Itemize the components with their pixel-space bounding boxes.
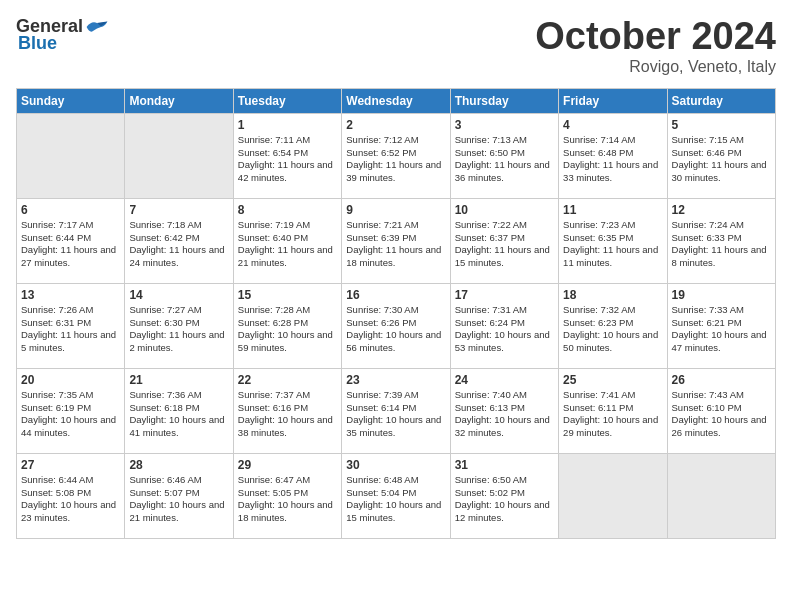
day-number: 16 bbox=[346, 288, 445, 302]
calendar-cell: 18 Sunrise: 7:32 AMSunset: 6:23 PMDaylig… bbox=[559, 283, 667, 368]
day-number: 26 bbox=[672, 373, 771, 387]
col-saturday: Saturday bbox=[667, 88, 775, 113]
day-number: 20 bbox=[21, 373, 120, 387]
day-info: Sunrise: 6:50 AMSunset: 5:02 PMDaylight:… bbox=[455, 474, 554, 525]
calendar-cell: 16 Sunrise: 7:30 AMSunset: 6:26 PMDaylig… bbox=[342, 283, 450, 368]
calendar-week-5: 27 Sunrise: 6:44 AMSunset: 5:08 PMDaylig… bbox=[17, 453, 776, 538]
day-number: 8 bbox=[238, 203, 337, 217]
calendar-table: Sunday Monday Tuesday Wednesday Thursday… bbox=[16, 88, 776, 539]
day-info: Sunrise: 7:15 AMSunset: 6:46 PMDaylight:… bbox=[672, 134, 771, 185]
day-info: Sunrise: 7:13 AMSunset: 6:50 PMDaylight:… bbox=[455, 134, 554, 185]
day-info: Sunrise: 7:22 AMSunset: 6:37 PMDaylight:… bbox=[455, 219, 554, 270]
calendar-cell: 13 Sunrise: 7:26 AMSunset: 6:31 PMDaylig… bbox=[17, 283, 125, 368]
day-number: 5 bbox=[672, 118, 771, 132]
day-number: 2 bbox=[346, 118, 445, 132]
day-number: 12 bbox=[672, 203, 771, 217]
calendar-cell: 20 Sunrise: 7:35 AMSunset: 6:19 PMDaylig… bbox=[17, 368, 125, 453]
calendar-cell: 23 Sunrise: 7:39 AMSunset: 6:14 PMDaylig… bbox=[342, 368, 450, 453]
calendar-cell: 3 Sunrise: 7:13 AMSunset: 6:50 PMDayligh… bbox=[450, 113, 558, 198]
day-info: Sunrise: 7:36 AMSunset: 6:18 PMDaylight:… bbox=[129, 389, 228, 440]
day-info: Sunrise: 7:43 AMSunset: 6:10 PMDaylight:… bbox=[672, 389, 771, 440]
day-number: 25 bbox=[563, 373, 662, 387]
col-tuesday: Tuesday bbox=[233, 88, 341, 113]
day-info: Sunrise: 6:47 AMSunset: 5:05 PMDaylight:… bbox=[238, 474, 337, 525]
day-info: Sunrise: 7:17 AMSunset: 6:44 PMDaylight:… bbox=[21, 219, 120, 270]
day-info: Sunrise: 7:11 AMSunset: 6:54 PMDaylight:… bbox=[238, 134, 337, 185]
day-info: Sunrise: 7:24 AMSunset: 6:33 PMDaylight:… bbox=[672, 219, 771, 270]
day-number: 14 bbox=[129, 288, 228, 302]
calendar-week-1: 1 Sunrise: 7:11 AMSunset: 6:54 PMDayligh… bbox=[17, 113, 776, 198]
calendar-cell: 24 Sunrise: 7:40 AMSunset: 6:13 PMDaylig… bbox=[450, 368, 558, 453]
day-number: 3 bbox=[455, 118, 554, 132]
day-info: Sunrise: 7:23 AMSunset: 6:35 PMDaylight:… bbox=[563, 219, 662, 270]
page-header: General Blue October 2024 Rovigo, Veneto… bbox=[16, 16, 776, 76]
calendar-week-2: 6 Sunrise: 7:17 AMSunset: 6:44 PMDayligh… bbox=[17, 198, 776, 283]
calendar-cell: 21 Sunrise: 7:36 AMSunset: 6:18 PMDaylig… bbox=[125, 368, 233, 453]
day-info: Sunrise: 7:18 AMSunset: 6:42 PMDaylight:… bbox=[129, 219, 228, 270]
calendar-cell: 31 Sunrise: 6:50 AMSunset: 5:02 PMDaylig… bbox=[450, 453, 558, 538]
day-number: 7 bbox=[129, 203, 228, 217]
col-monday: Monday bbox=[125, 88, 233, 113]
day-number: 11 bbox=[563, 203, 662, 217]
day-number: 23 bbox=[346, 373, 445, 387]
day-info: Sunrise: 7:19 AMSunset: 6:40 PMDaylight:… bbox=[238, 219, 337, 270]
day-number: 31 bbox=[455, 458, 554, 472]
day-info: Sunrise: 7:26 AMSunset: 6:31 PMDaylight:… bbox=[21, 304, 120, 355]
day-info: Sunrise: 7:37 AMSunset: 6:16 PMDaylight:… bbox=[238, 389, 337, 440]
day-info: Sunrise: 7:31 AMSunset: 6:24 PMDaylight:… bbox=[455, 304, 554, 355]
col-wednesday: Wednesday bbox=[342, 88, 450, 113]
calendar-cell: 14 Sunrise: 7:27 AMSunset: 6:30 PMDaylig… bbox=[125, 283, 233, 368]
calendar-cell: 12 Sunrise: 7:24 AMSunset: 6:33 PMDaylig… bbox=[667, 198, 775, 283]
calendar-cell bbox=[125, 113, 233, 198]
day-info: Sunrise: 6:46 AMSunset: 5:07 PMDaylight:… bbox=[129, 474, 228, 525]
calendar-cell: 29 Sunrise: 6:47 AMSunset: 5:05 PMDaylig… bbox=[233, 453, 341, 538]
day-number: 1 bbox=[238, 118, 337, 132]
day-number: 9 bbox=[346, 203, 445, 217]
day-info: Sunrise: 7:40 AMSunset: 6:13 PMDaylight:… bbox=[455, 389, 554, 440]
calendar-cell: 10 Sunrise: 7:22 AMSunset: 6:37 PMDaylig… bbox=[450, 198, 558, 283]
calendar-cell: 11 Sunrise: 7:23 AMSunset: 6:35 PMDaylig… bbox=[559, 198, 667, 283]
day-number: 10 bbox=[455, 203, 554, 217]
month-title: October 2024 bbox=[535, 16, 776, 58]
calendar-cell: 17 Sunrise: 7:31 AMSunset: 6:24 PMDaylig… bbox=[450, 283, 558, 368]
calendar-week-3: 13 Sunrise: 7:26 AMSunset: 6:31 PMDaylig… bbox=[17, 283, 776, 368]
calendar-cell: 9 Sunrise: 7:21 AMSunset: 6:39 PMDayligh… bbox=[342, 198, 450, 283]
day-info: Sunrise: 7:39 AMSunset: 6:14 PMDaylight:… bbox=[346, 389, 445, 440]
col-sunday: Sunday bbox=[17, 88, 125, 113]
day-number: 27 bbox=[21, 458, 120, 472]
header-row: Sunday Monday Tuesday Wednesday Thursday… bbox=[17, 88, 776, 113]
logo: General Blue bbox=[16, 16, 109, 54]
calendar-cell: 28 Sunrise: 6:46 AMSunset: 5:07 PMDaylig… bbox=[125, 453, 233, 538]
calendar-cell: 15 Sunrise: 7:28 AMSunset: 6:28 PMDaylig… bbox=[233, 283, 341, 368]
day-info: Sunrise: 7:33 AMSunset: 6:21 PMDaylight:… bbox=[672, 304, 771, 355]
day-info: Sunrise: 7:21 AMSunset: 6:39 PMDaylight:… bbox=[346, 219, 445, 270]
calendar-week-4: 20 Sunrise: 7:35 AMSunset: 6:19 PMDaylig… bbox=[17, 368, 776, 453]
calendar-cell: 4 Sunrise: 7:14 AMSunset: 6:48 PMDayligh… bbox=[559, 113, 667, 198]
day-number: 22 bbox=[238, 373, 337, 387]
title-block: October 2024 Rovigo, Veneto, Italy bbox=[535, 16, 776, 76]
day-number: 28 bbox=[129, 458, 228, 472]
day-info: Sunrise: 6:48 AMSunset: 5:04 PMDaylight:… bbox=[346, 474, 445, 525]
calendar-cell: 19 Sunrise: 7:33 AMSunset: 6:21 PMDaylig… bbox=[667, 283, 775, 368]
logo-bird-icon bbox=[85, 18, 109, 36]
col-friday: Friday bbox=[559, 88, 667, 113]
day-info: Sunrise: 7:35 AMSunset: 6:19 PMDaylight:… bbox=[21, 389, 120, 440]
day-info: Sunrise: 7:28 AMSunset: 6:28 PMDaylight:… bbox=[238, 304, 337, 355]
calendar-cell: 25 Sunrise: 7:41 AMSunset: 6:11 PMDaylig… bbox=[559, 368, 667, 453]
day-number: 6 bbox=[21, 203, 120, 217]
day-info: Sunrise: 7:32 AMSunset: 6:23 PMDaylight:… bbox=[563, 304, 662, 355]
calendar-cell: 6 Sunrise: 7:17 AMSunset: 6:44 PMDayligh… bbox=[17, 198, 125, 283]
day-number: 13 bbox=[21, 288, 120, 302]
calendar-cell: 7 Sunrise: 7:18 AMSunset: 6:42 PMDayligh… bbox=[125, 198, 233, 283]
day-number: 24 bbox=[455, 373, 554, 387]
day-number: 19 bbox=[672, 288, 771, 302]
calendar-cell: 2 Sunrise: 7:12 AMSunset: 6:52 PMDayligh… bbox=[342, 113, 450, 198]
day-info: Sunrise: 7:14 AMSunset: 6:48 PMDaylight:… bbox=[563, 134, 662, 185]
calendar-cell: 26 Sunrise: 7:43 AMSunset: 6:10 PMDaylig… bbox=[667, 368, 775, 453]
day-number: 17 bbox=[455, 288, 554, 302]
day-info: Sunrise: 7:27 AMSunset: 6:30 PMDaylight:… bbox=[129, 304, 228, 355]
day-number: 21 bbox=[129, 373, 228, 387]
day-info: Sunrise: 7:41 AMSunset: 6:11 PMDaylight:… bbox=[563, 389, 662, 440]
day-info: Sunrise: 7:30 AMSunset: 6:26 PMDaylight:… bbox=[346, 304, 445, 355]
logo-blue-label: Blue bbox=[18, 33, 57, 54]
